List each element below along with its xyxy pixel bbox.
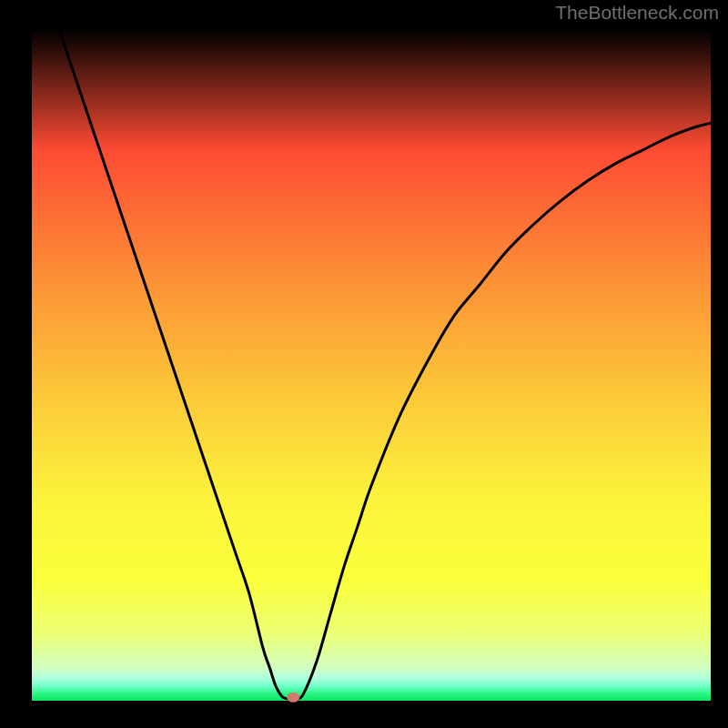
watermark-text: TheBottleneck.com — [555, 2, 719, 24]
bottleneck-chart — [0, 0, 728, 728]
plot-background — [32, 29, 711, 701]
chart-container: TheBottleneck.com — [0, 0, 728, 728]
optimum-marker — [287, 693, 299, 703]
